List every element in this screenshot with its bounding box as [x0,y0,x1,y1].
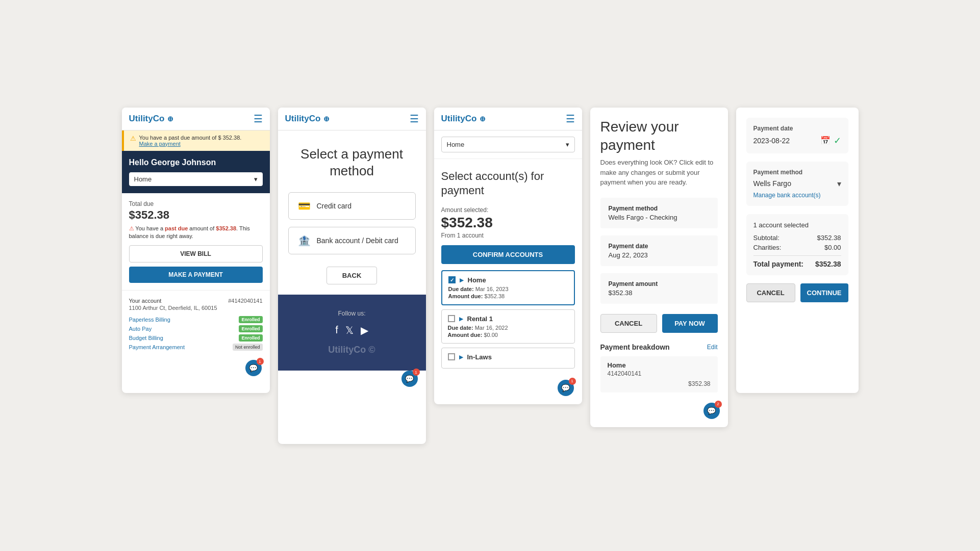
checkbox-inlaws[interactable] [448,353,455,360]
screen5-body: Payment date 2023-08-22 📅 ✓ Payment meth… [736,108,859,312]
breakdown-number: 4142040141 [608,370,711,377]
screen2-header: UtilityCo ⊕ ☰ [278,108,426,130]
method-value: Wells Fargo [753,179,791,188]
alert-icon: ⚠ [130,135,136,142]
account-item-rental[interactable]: ▶ Rental 1 Due date: Mar 16, 2022 Amount… [441,309,575,344]
payment-date-section-5: Payment date 2023-08-22 📅 ✓ [746,118,848,153]
screen3-logo: UtilityCo ⊕ [441,114,486,124]
total-row: Total payment: $352.38 [753,255,841,268]
screen-4-review: Review your payment Does everything look… [590,108,728,427]
hamburger-menu-3[interactable]: ☰ [566,113,575,125]
account-address: 1100 Arthur Ct, Deerfield, IL, 60015 [129,305,263,311]
chat-fab-3[interactable]: 💬 1 [558,380,574,396]
view-bill-button[interactable]: VIEW BILL [129,245,263,263]
expand-icon-home: ▶ [460,277,464,283]
charities-label: Charities: [753,244,782,251]
link-icon-2: ⊕ [323,115,330,123]
account-dropdown[interactable]: Home ▾ [129,172,263,186]
fab-badge-2: 1 [413,369,420,376]
bank-account-option[interactable]: 🏦 Bank account / Debit card [288,227,416,254]
arrangement-badge: Not enrolled [233,344,263,351]
breakdown-title: Payment breakdown [600,343,670,351]
chat-fab-4[interactable]: 💬 2 [703,403,720,419]
payment-method-label-5: Payment method [753,169,841,176]
calendar-icon[interactable]: 📅 [820,136,831,145]
billing-section: Total due $352.38 ⚠ You have a past due … [122,193,270,291]
account-dropdown-3[interactable]: Home ▾ [441,137,575,152]
home-account-name: Home [468,276,486,284]
accounts-selected: 1 account selected [753,221,841,229]
cancel-button-4[interactable]: CANCEL [600,314,657,333]
make-payment-link[interactable]: Make a payment [139,141,242,147]
subtotal-value: $352.38 [817,234,841,242]
budget-billing-link[interactable]: Budget Billing [129,335,163,341]
amount-selected-value: $352.38 [441,215,575,231]
hamburger-menu[interactable]: ☰ [254,113,263,125]
youtube-icon[interactable]: ▶ [361,324,368,336]
logo-text-3: UtilityCo [441,114,477,124]
screen-5-summary: Payment date 2023-08-22 📅 ✓ Payment meth… [736,108,859,393]
screen2-body: Select a payment method 💳 Credit card 🏦 … [278,130,426,295]
chat-fab-2[interactable]: 💬 1 [401,371,418,387]
account-item-home[interactable]: ✓ ▶ Home Due date: Mar 16, 2023 Amount d… [441,270,575,305]
make-payment-button[interactable]: MAKE A PAYMENT [129,267,263,283]
confirm-accounts-button[interactable]: CONFIRM ACCOUNTS [441,245,575,264]
social-icons: f 𝕏 ▶ [288,324,416,336]
check-icon: ✓ [834,135,841,146]
checkbox-rental[interactable] [448,315,455,322]
autopay-badge: Enrolled [239,325,262,332]
amount-selected-label: Amount selected: [441,206,575,214]
account-section: Your account #4142040141 1100 Arthur Ct,… [122,290,270,360]
link-icon: ⊕ [167,115,173,123]
method-arrow[interactable]: ▾ [837,179,841,189]
dropdown-arrow: ▾ [254,175,258,183]
chat-icon: 💬 [249,364,258,372]
breakdown-item-home: Home 4142040141 $352.38 [600,356,718,392]
review-subtitle: Does everything look OK? Click edit to m… [600,158,718,188]
pay-now-button[interactable]: PAY NOW [662,314,718,333]
alert-text: You have a past due amount of $ 352.38. [139,135,242,141]
home-due-date: Due date: Mar 16, 2023 [448,286,568,292]
account-dropdown-row: Home ▾ [434,130,582,159]
chat-icon-3: 💬 [561,384,570,392]
twitter-icon[interactable]: 𝕏 [345,324,354,336]
link-row-paperless: Paperless Billing Enrolled [129,316,263,323]
paperless-badge: Enrolled [239,316,262,323]
screen1-logo: UtilityCo ⊕ [129,114,174,124]
dropdown-arrow-3: ▾ [566,141,569,148]
back-button[interactable]: BACK [326,267,378,284]
edit-link[interactable]: Edit [707,344,718,351]
cancel-button-5[interactable]: CANCEL [746,283,795,302]
account-item-inlaws[interactable]: ▶ In-Laws [441,348,575,369]
rental-account-name: Rental 1 [467,315,493,323]
subtotal-row: Subtotal: $352.38 [753,234,841,242]
paperless-billing-link[interactable]: Paperless Billing [129,317,170,323]
payment-method-label: Payment method [609,205,710,212]
charities-value: $0.00 [824,244,841,251]
chat-fab[interactable]: 💬 1 [245,360,262,376]
rental-due-date: Due date: Mar 16, 2022 [448,325,568,331]
manage-bank-link[interactable]: Manage bank account(s) [753,192,841,199]
payment-method-value: Wells Fargo - Checking [609,214,710,221]
expand-icon-inlaws: ▶ [459,354,463,360]
footer-brand: UtilityCo © [288,345,416,355]
credit-card-option[interactable]: 💳 Credit card [288,192,416,220]
greeting: Hello George Johnson [129,158,263,167]
total-label: Total payment: [753,260,804,268]
credit-card-label: Credit card [317,202,351,210]
select-payment-title: Select a payment method [288,146,416,180]
continue-button[interactable]: CONTINUE [800,283,848,302]
payment-method-section: Payment method Wells Fargo - Checking [600,198,718,228]
past-due-amount: $352.38 [216,225,236,231]
payment-arrangement-link[interactable]: Payment Arrangement [129,344,185,350]
auto-pay-link[interactable]: Auto Pay [129,326,152,332]
bank-account-label: Bank account / Debit card [317,237,398,245]
payment-amount-section: Payment amount $352.38 [600,273,718,304]
payment-date-label-5: Payment date [753,125,841,132]
screen1-header: UtilityCo ⊕ ☰ [122,108,270,130]
payment-date-section: Payment date Aug 22, 2023 [600,235,718,266]
facebook-icon[interactable]: f [335,324,338,336]
checkbox-home[interactable]: ✓ [448,276,456,283]
hamburger-menu-2[interactable]: ☰ [410,113,419,125]
payment-amount-value: $352.38 [609,289,710,297]
